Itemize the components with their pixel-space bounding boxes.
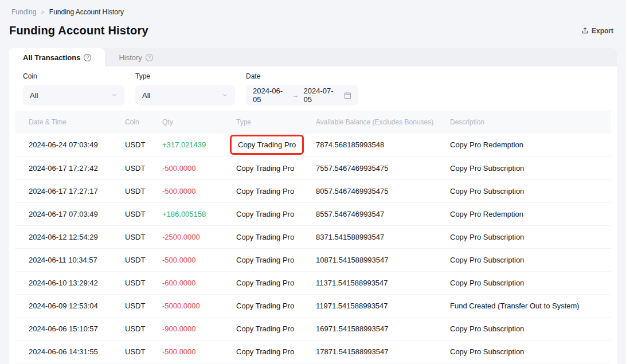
page-title: Funding Account History [9,24,148,37]
table-row: 2024-06-12 12:54:29 USDT -2500.0000 Copy… [15,225,611,248]
breadcrumb-link-funding[interactable]: Funding [11,8,36,16]
calendar-icon [344,92,351,99]
cell-coin: USDT [125,187,145,195]
cell-qty: -900.0000 [162,324,196,333]
cell-balance: 11371.541588993547 [316,279,388,287]
cell-coin: USDT [125,233,145,241]
cell-balance: 16971.541588993547 [316,324,389,333]
tab-bar: All Transactions ? History ? [9,48,617,66]
table-row: 2024-06-09 12:53:04 USDT -5000.0000 Copy… [15,294,611,317]
coin-filter-label: Coin [23,72,124,80]
table-row: 2024-06-17 07:03:49 USDT +186.005158 Cop… [15,202,611,225]
cell-qty: -500.0000 [162,187,196,195]
cell-type: Copy Trading Pro [236,324,294,333]
chevron-down-icon [222,91,228,100]
breadcrumb: Funding > Funding Account History [0,0,626,16]
cell-datetime: 2024-06-11 10:34:57 [29,256,97,264]
content-card: All Transactions ? History ? Coin All Ty… [9,48,617,364]
cell-type: Copy Trading Pro [236,164,294,173]
date-range-picker[interactable]: 2024-06-05 → 2024-07-05 [246,85,358,105]
export-icon [581,27,589,34]
cell-coin: USDT [125,279,145,287]
cell-balance: 8371.541588993547 [316,233,384,241]
chevron-down-icon [111,91,118,100]
cell-balance: 11971.541588993547 [316,302,388,310]
cell-qty: -500.0000 [162,256,196,264]
cell-coin: USDT [125,302,145,310]
tab-all-transactions-label: All Transactions [23,53,80,62]
table-row: 2024-06-24 07:03:49 USDT +317.021439 Cop… [15,134,611,156]
cell-coin: USDT [125,324,145,333]
help-icon[interactable]: ? [84,54,91,61]
table-row: 2024-06-11 10:34:57 USDT -500.0000 Copy … [15,248,611,271]
table-body: 2024-06-24 07:03:49 USDT +317.021439 Cop… [15,134,611,363]
coin-filter: Coin All [23,72,124,105]
cell-type: Copy Trading Pro [236,256,294,264]
cell-coin: USDT [125,210,145,218]
cell-balance: 8557.546746993547 [316,210,384,218]
breadcrumb-separator-icon: > [41,9,44,15]
col-header-qty: Qty [148,111,222,134]
type-filter-label: Type [135,72,235,80]
cell-coin: USDT [125,347,145,356]
help-icon[interactable]: ? [146,54,153,61]
cell-type: Copy Trading Pro [236,279,294,287]
cell-type: Copy Trading Pro [236,347,294,356]
cell-datetime: 2024-06-09 12:53:04 [29,302,98,310]
cell-type: Copy Trading Pro [230,135,304,155]
cell-type: Copy Trading Pro [236,210,294,218]
table-row: 2024-06-06 15:10:57 USDT -900.0000 Copy … [15,317,611,340]
cell-datetime: 2024-06-06 15:10:57 [29,324,98,333]
cell-qty: +186.005158 [162,210,206,218]
cell-description: Copy Pro Subscription [450,279,524,287]
cell-description: Copy Pro Redemption [450,140,523,149]
type-select[interactable]: All [135,85,235,105]
col-header-datetime: Date & Time [15,111,111,134]
date-filter-label: Date [246,72,358,80]
cell-qty: -5000.0000 [162,302,200,310]
cell-balance: 8057.5467469935475 [316,187,389,195]
cell-description: Copy Pro Subscription [450,324,524,333]
table-row: 2024-06-17 17:27:17 USDT -500.0000 Copy … [15,179,611,202]
table-header: Date & Time Coin Qty Type Available Bala… [15,111,611,134]
cell-description: Copy Pro Redemption [450,210,523,218]
cell-datetime: 2024-06-12 12:54:29 [29,233,98,241]
tab-history[interactable]: History ? [105,48,166,66]
table-row: 2024-06-10 13:29:42 USDT -600.0000 Copy … [15,271,611,294]
table-row: 2024-06-17 17:27:42 USDT -500.0000 Copy … [15,156,611,179]
date-end-value: 2024-07-05 [304,87,339,104]
cell-datetime: 2024-06-17 17:27:17 [29,187,98,195]
cell-qty: -500.0000 [162,347,196,356]
cell-balance: 7874.568185993548 [316,140,384,149]
cell-description: Copy Pro Subscription [450,187,524,195]
filter-bar: Coin All Type All Date 2024-06-05 → [9,66,617,111]
col-header-coin: Coin [111,111,148,134]
export-label: Export [592,27,613,35]
page-header: Funding Account History Export [0,16,626,37]
breadcrumb-current: Funding Account History [49,8,124,16]
cell-datetime: 2024-06-24 07:03:49 [29,140,98,149]
cell-qty: +317.021439 [162,140,206,149]
table-row: 2024-06-06 14:31:55 USDT -500.0000 Copy … [15,340,611,363]
cell-description: Copy Pro Subscription [450,256,524,264]
cell-datetime: 2024-06-06 14:31:55 [29,347,98,356]
cell-datetime: 2024-06-10 13:29:42 [29,279,98,287]
date-range-arrow-icon: → [292,91,299,99]
tab-history-label: History [119,53,142,62]
transactions-table: Date & Time Coin Qty Type Available Bala… [15,111,611,363]
cell-description: Copy Pro Subscription [450,233,524,241]
cell-type: Copy Trading Pro [236,302,294,310]
cell-qty: -2500.0000 [162,233,200,241]
export-button[interactable]: Export [581,27,613,35]
cell-balance: 7557.5467469935475 [316,164,389,173]
coin-select[interactable]: All [23,85,124,105]
cell-balance: 10871.541588993547 [316,256,389,264]
cell-type: Copy Trading Pro [236,233,294,241]
col-header-type: Type [222,111,302,134]
type-filter: Type All [135,72,235,105]
cell-coin: USDT [125,256,145,264]
type-select-value: All [142,91,150,100]
cell-qty: -600.0000 [162,279,196,287]
tab-all-transactions[interactable]: All Transactions ? [9,48,105,66]
cell-description: Copy Pro Subscription [450,347,524,356]
